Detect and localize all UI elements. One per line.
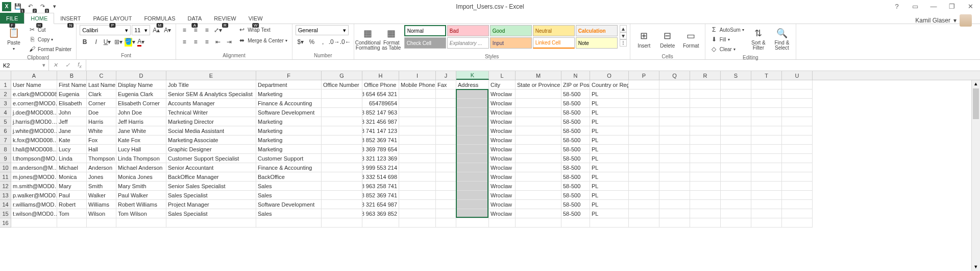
cell[interactable] (659, 191, 690, 200)
clear-button[interactable]: ◇Clear▾ (708, 44, 746, 54)
cell[interactable] (782, 108, 813, 117)
find-select-button[interactable]: 🔍Find & Select (771, 25, 793, 53)
cell[interactable] (436, 154, 456, 163)
cell[interactable]: PL (590, 136, 629, 145)
cell[interactable]: PL (590, 145, 629, 154)
column-header-D[interactable]: D (116, 71, 166, 80)
align-left-button[interactable]: ≡ (179, 37, 189, 47)
cell[interactable]: 48 852 147 963 (362, 108, 399, 117)
cell[interactable] (11, 218, 57, 228)
cell[interactable] (721, 163, 751, 172)
delete-cells-button[interactable]: ⊟Delete (657, 25, 678, 53)
cell[interactable]: 48 852 369 741 (362, 136, 399, 145)
cell[interactable] (659, 126, 690, 136)
cell[interactable]: White (87, 126, 116, 136)
cell[interactable] (782, 163, 813, 172)
copy-button[interactable]: ⎘Copy▾ (27, 35, 73, 44)
tab-review[interactable]: REVIEWR (208, 13, 242, 24)
cell[interactable] (516, 218, 561, 228)
cell[interactable] (690, 209, 721, 218)
cell[interactable] (782, 80, 813, 89)
column-header-O[interactable]: O (590, 71, 629, 80)
cell[interactable] (721, 126, 751, 136)
cell[interactable]: 58-500 (561, 126, 590, 136)
cell[interactable] (629, 145, 659, 154)
cell[interactable] (629, 117, 659, 126)
cell[interactable] (322, 154, 362, 163)
cell[interactable]: p.walker@MOD0… (11, 191, 57, 200)
cell[interactable] (322, 99, 362, 108)
cell[interactable]: 48 963 369 852 (362, 209, 399, 218)
cell[interactable] (399, 154, 436, 163)
cell[interactable] (456, 163, 489, 172)
style-linked-cell[interactable]: Linked Cell (533, 37, 575, 49)
cell[interactable]: 58-500 (561, 191, 590, 200)
cell[interactable] (456, 209, 489, 218)
cell[interactable]: Monica Jones (116, 172, 166, 182)
cell[interactable] (721, 209, 751, 218)
format-as-table-button[interactable]: ▦Format as Table (381, 25, 402, 53)
styles-more[interactable]: ⁝ (620, 39, 627, 47)
formula-input[interactable] (86, 60, 980, 71)
align-center-button[interactable]: ≡ (190, 37, 201, 47)
cell[interactable]: 654789654 (362, 99, 399, 108)
cell[interactable] (322, 209, 362, 218)
cell[interactable] (721, 136, 751, 145)
cell[interactable] (751, 191, 782, 200)
cell[interactable] (659, 89, 690, 99)
cell[interactable] (659, 80, 690, 89)
cell[interactable]: r.williams@MOD… (11, 200, 57, 209)
cell[interactable] (399, 117, 436, 126)
cell[interactable] (751, 108, 782, 117)
cell[interactable] (782, 209, 813, 218)
cell[interactable]: m.smith@MOD0… (11, 182, 57, 191)
cell[interactable] (456, 126, 489, 136)
cell[interactable]: PL (590, 99, 629, 108)
cell[interactable]: Walker (87, 191, 116, 200)
cell[interactable]: John Doe (116, 108, 166, 117)
cell[interactable] (456, 136, 489, 145)
cell[interactable]: Marketing (256, 145, 322, 154)
cell[interactable] (456, 191, 489, 200)
font-name-combo[interactable]: Calibri▾ (80, 25, 131, 35)
cell[interactable] (782, 182, 813, 191)
cell[interactable]: PL (590, 108, 629, 117)
insert-cells-button[interactable]: ⊞Insert (633, 25, 655, 53)
cell[interactable]: Tom Wilson (116, 209, 166, 218)
qat-customize-icon[interactable]: ▾ (49, 1, 60, 12)
cell[interactable]: Wroclaw (489, 145, 516, 154)
number-format-combo[interactable]: General▾ (296, 25, 349, 35)
cell[interactable]: PL (590, 209, 629, 218)
cell[interactable]: Project Manager (166, 200, 256, 209)
cell[interactable]: Wroclaw (489, 209, 516, 218)
cell[interactable]: Fax (436, 80, 456, 89)
cell[interactable] (456, 172, 489, 182)
cell[interactable]: Country or Region (590, 80, 629, 89)
cell[interactable] (256, 218, 322, 228)
row-header-13[interactable]: 13 (0, 191, 11, 200)
cell[interactable]: Social Media Assistant (166, 126, 256, 136)
accounting-format-button[interactable]: $▾ (296, 37, 306, 47)
cell[interactable]: Software Development (256, 108, 322, 117)
tab-page-layout[interactable]: PAGE LAYOUTP (87, 13, 138, 24)
font-size-combo[interactable]: 11▾ (132, 25, 150, 35)
cell[interactable]: Corner (87, 99, 116, 108)
autosum-button[interactable]: ΣAutoSum▾ (708, 25, 746, 34)
user-account[interactable]: Kamil Glaser▾ (915, 14, 972, 27)
cell[interactable]: Wroclaw (489, 163, 516, 172)
cell[interactable] (659, 182, 690, 191)
cell[interactable] (690, 163, 721, 172)
scrollbar-thumb[interactable] (973, 88, 979, 119)
tab-file[interactable]: FILEF (0, 13, 24, 24)
cell[interactable] (322, 136, 362, 145)
cell[interactable] (690, 136, 721, 145)
cell[interactable]: Paul (57, 191, 87, 200)
row-header-1[interactable]: 1 (0, 80, 11, 89)
cell[interactable] (782, 191, 813, 200)
fx-button[interactable]: fx (74, 60, 86, 71)
cell[interactable]: Wroclaw (489, 108, 516, 117)
cell[interactable]: k.fox@MOD008.… (11, 136, 57, 145)
cell[interactable] (721, 145, 751, 154)
style-neutral[interactable]: Neutral (533, 25, 575, 36)
cell[interactable] (629, 218, 659, 228)
